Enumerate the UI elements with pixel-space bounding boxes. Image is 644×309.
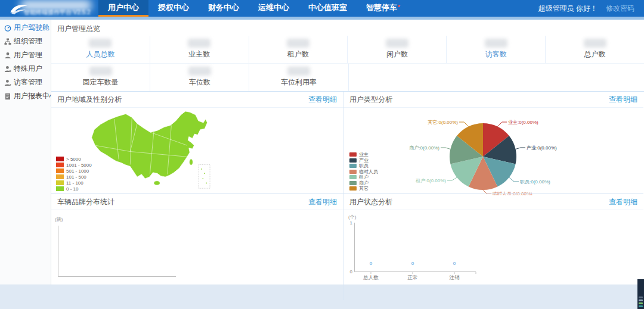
- tab-label: 用户中心: [108, 2, 139, 13]
- stat-label: 总户数: [584, 49, 606, 60]
- tab-duty-room[interactable]: 中心值班室: [299, 0, 357, 17]
- y-axis-unit: (个): [348, 214, 357, 220]
- sidebar-item-special-users[interactable]: 特殊用户: [0, 62, 51, 76]
- view-detail-link[interactable]: 查看明细: [609, 197, 637, 207]
- floating-widget[interactable]: [637, 279, 644, 309]
- panel-title: 用户类型分析: [349, 95, 392, 105]
- sidebar-item-label: 用户管理: [14, 50, 42, 60]
- org-icon: [4, 38, 11, 45]
- map-legend-item: > 5000: [56, 156, 92, 162]
- sidebar-item-dashboard[interactable]: 用户驾驶舱: [0, 21, 51, 35]
- panel-title: 用户状态分析: [349, 197, 392, 207]
- tab-smart-parking[interactable]: 智慧停车*: [357, 0, 410, 17]
- stats-row-2: 固定车数量 车位数 车位利用率: [51, 63, 644, 91]
- stat-vacant-households: 闲户数: [348, 36, 447, 63]
- redacted-value: [485, 39, 507, 48]
- taiwan-island[interactable]: [190, 159, 193, 165]
- stat-parking-utilization: 车位利用率: [249, 64, 348, 91]
- tab-auth-center[interactable]: 授权中心: [148, 0, 199, 17]
- logo-text: 智能终端操作平台 V2.5.2: [24, 8, 91, 17]
- sidebar-item-user-management[interactable]: 用户管理: [0, 48, 51, 62]
- pie-label: 产业:0(0.00%): [527, 145, 557, 151]
- redacted-value: [89, 67, 112, 76]
- y-tick-min: 0: [350, 269, 353, 274]
- status-axes: (个) 1 0 0 0 0 总人数 正常 注销: [343, 210, 643, 302]
- china-map-chart: > 5000 1001 - 5000 501 - 1000 101 - 500 …: [51, 108, 343, 195]
- tab-label: 运维中心: [258, 2, 289, 13]
- main-content: 用户管理总览 人员总数 业主数 租户数 闲户数 访客数 总户数 固定车数量 车位…: [51, 20, 644, 285]
- special-user-icon: [4, 65, 11, 73]
- vehicle-brand-bar-chart: (辆): [51, 210, 343, 302]
- region-gender-panel: 用户地域及性别分析 查看明细 > 5000: [51, 92, 343, 193]
- stat-total-people: 人员总数: [51, 36, 150, 63]
- china-map: [68, 108, 253, 195]
- redacted-value: [287, 39, 309, 48]
- view-detail-link[interactable]: 查看明细: [308, 197, 337, 207]
- panel-title: 车辆品牌分布统计: [57, 197, 114, 207]
- sidebar-item-label: 特殊用户: [14, 64, 42, 74]
- sidebar-item-label: 组织管理: [14, 36, 42, 46]
- stat-owners: 业主数: [150, 36, 249, 63]
- vehicle-brand-panel: 车辆品牌分布统计 查看明细 (辆): [51, 193, 343, 300]
- redacted-value: [188, 39, 210, 48]
- map-legend-item: 0 - 10: [56, 186, 92, 192]
- sidebar-item-org-management[interactable]: 组织管理: [0, 35, 51, 48]
- stat-label: 访客数: [485, 49, 507, 60]
- x-category-label: 正常: [408, 274, 418, 280]
- stat-visitors: 访客数: [447, 36, 546, 63]
- stat-label: 车位数: [189, 77, 210, 88]
- view-detail-link[interactable]: 查看明细: [609, 95, 637, 105]
- widget-segment: [639, 305, 643, 307]
- sidebar-item-user-reports[interactable]: 用户报表中心: [0, 89, 51, 103]
- stat-label: 固定车数量: [83, 77, 119, 88]
- tab-finance-center[interactable]: 财务中心: [199, 0, 249, 17]
- bar-value-label: 0: [453, 261, 456, 266]
- stat-label: 业主数: [188, 49, 210, 60]
- tab-label: 财务中心: [208, 2, 239, 13]
- top-navbar: 智能终端操作平台 V2.5.2 用户中心 授权中心 财务中心 运维中心 中心值班…: [0, 0, 644, 17]
- sidebar-item-label: 用户报表中心: [14, 91, 57, 101]
- sidebar-item-label: 用户驾驶舱: [14, 23, 49, 33]
- change-password-link[interactable]: 修改密码: [606, 4, 634, 14]
- hainan-island[interactable]: [154, 181, 160, 185]
- tab-ops-center[interactable]: 运维中心: [249, 0, 299, 17]
- china-mainland[interactable]: [92, 111, 208, 179]
- y-axis-unit: (辆): [55, 217, 63, 222]
- widget-segment: [639, 296, 643, 298]
- stat-label: 租户数: [287, 49, 309, 60]
- stat-label: 闲户数: [386, 49, 408, 60]
- pie-label: 租户:0(0.00%): [415, 178, 446, 183]
- panel-title: 用户地域及性别分析: [57, 95, 122, 105]
- redacted-value: [188, 67, 211, 76]
- overview-title: 用户管理总览: [51, 20, 644, 36]
- pie-legend: 业主 产业 职员 临时人员 租户 商户 其它: [349, 152, 378, 192]
- user-type-panel: 用户类型分析 查看明细: [343, 92, 643, 193]
- report-icon: [4, 93, 11, 100]
- empty-bar-axes: (辆): [51, 210, 342, 302]
- redacted-value: [584, 39, 606, 48]
- navbar-right: 超级管理员 你好！ 修改密码: [538, 0, 644, 17]
- pie-label: 业主:0(0.00%): [508, 120, 538, 125]
- stat-total-households: 总户数: [546, 36, 644, 63]
- pie-legend-item[interactable]: 其它: [349, 186, 378, 192]
- stat-label: 人员总数: [86, 49, 114, 60]
- stat-fixed-vehicles: 固定车数量: [51, 64, 150, 91]
- redacted-value: [287, 67, 310, 76]
- visitor-icon: [4, 79, 11, 86]
- sidebar-item-visitor-management[interactable]: 访客管理: [0, 76, 51, 89]
- y-tick-max: 1: [350, 220, 353, 226]
- map-legend-item: 11 - 100: [56, 180, 92, 186]
- dashboard-icon: [4, 24, 11, 32]
- widget-segment: [639, 302, 643, 304]
- tab-user-center[interactable]: 用户中心: [98, 0, 148, 17]
- charts-grid: 用户地域及性别分析 查看明细 > 5000: [51, 92, 644, 300]
- bar-value-label: 0: [370, 261, 373, 266]
- redacted-value: [386, 39, 408, 48]
- x-category-label: 总人数: [363, 274, 379, 280]
- redacted-value: [89, 39, 112, 48]
- app-logo: 智能终端操作平台 V2.5.2: [0, 0, 98, 17]
- view-detail-link[interactable]: 查看明细: [308, 95, 337, 105]
- map-legend-item: 501 - 1000: [56, 168, 92, 174]
- tab-badge: *: [398, 4, 400, 11]
- user-greeting: 超级管理员 你好！: [538, 4, 597, 14]
